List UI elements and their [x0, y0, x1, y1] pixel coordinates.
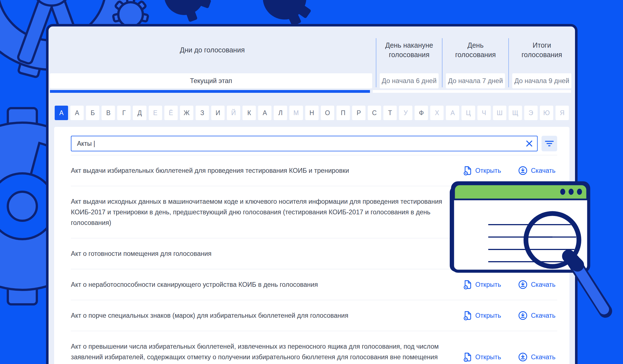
document-row: Акт о готовности помещения для голосован… — [71, 238, 557, 269]
document-actions: Открыть Скачать — [463, 352, 557, 362]
stage-label: День голосования — [442, 26, 509, 73]
alphabet-letter[interactable]: И — [211, 106, 225, 120]
alphabet-letter[interactable]: Х — [430, 106, 444, 120]
open-button[interactable]: Открыть — [463, 249, 501, 258]
document-row: Акт о неработоспособности сканирующего у… — [71, 269, 557, 300]
document-row: Акт выдачи избирательных бюллетеней для … — [71, 155, 557, 186]
open-button[interactable]: Открыть — [463, 207, 501, 217]
alphabet-letter[interactable]: Ю — [540, 106, 553, 120]
alphabet-row: ААБВГДЕЁЖЗИЙКАЛМНОПРСТУФХАЦЧШЩЭЮЯ — [55, 106, 569, 120]
alphabet-letter[interactable]: Я — [555, 106, 569, 120]
alphabet-letter[interactable]: Е — [149, 106, 162, 120]
alphabet-letter[interactable]: Ш — [493, 106, 506, 120]
alphabet-letter[interactable]: Т — [383, 106, 397, 120]
document-actions: Открыть Скачать — [463, 249, 557, 258]
document-actions: Открыть Скачать — [463, 166, 557, 175]
document-row: Акт о превышении числа избирательных бюл… — [71, 331, 557, 364]
alphabet-letter[interactable]: Д — [133, 106, 146, 120]
open-document-icon — [463, 311, 472, 320]
open-button-label: Открыть — [475, 353, 501, 361]
open-button-label: Открыть — [475, 208, 501, 216]
download-icon — [518, 311, 527, 320]
alphabet-letter[interactable]: А — [55, 106, 68, 120]
search-input[interactable] — [71, 136, 538, 151]
open-button-label: Открыть — [475, 250, 501, 258]
document-title: Акт выдачи исходных данных в машиночитае… — [71, 196, 446, 228]
document-title: Акт о неработоспособности сканирующего у… — [71, 279, 446, 290]
open-document-icon — [463, 166, 472, 175]
download-button-label: Скачать — [531, 208, 555, 216]
alphabet-letter[interactable]: Ч — [477, 106, 491, 120]
alphabet-letter[interactable]: П — [336, 106, 350, 120]
alphabet-letter[interactable]: Ё — [164, 106, 178, 120]
download-button-label: Скачать — [531, 312, 555, 319]
stage-column-voting-day: День голосования До начала 7 дней — [442, 26, 509, 88]
stage-column-voting-results: Итоги голосования До начала 9 дней — [509, 26, 575, 88]
open-document-icon — [463, 207, 472, 217]
stages-header: Дни до голосования Текущий этап День нак… — [49, 26, 575, 88]
download-button-label: Скачать — [531, 250, 555, 258]
open-button-label: Открыть — [475, 167, 501, 174]
alphabet-letter[interactable]: У — [399, 106, 412, 120]
alphabet-letter[interactable]: З — [196, 106, 209, 120]
document-title: Акт о порче специальных знаков (марок) д… — [71, 310, 446, 321]
stage-tab-current[interactable]: Текущий этап — [50, 73, 372, 88]
alphabet-letter[interactable]: Г — [117, 106, 131, 120]
alphabet-letter[interactable]: Ц — [461, 106, 475, 120]
search-wrap — [71, 136, 538, 151]
open-document-icon — [463, 352, 472, 362]
download-icon — [518, 166, 527, 175]
alphabet-letter[interactable]: С — [368, 106, 381, 120]
alphabet-letter[interactable]: Й — [227, 106, 240, 120]
document-actions: Открыть Скачать — [463, 311, 557, 320]
open-document-icon — [463, 280, 472, 289]
filter-button[interactable] — [542, 136, 557, 151]
open-button[interactable]: Открыть — [463, 280, 501, 289]
alphabet-letter[interactable]: В — [102, 106, 115, 120]
alphabet-letter[interactable]: Р — [352, 106, 365, 120]
stage-label: Итоги голосования — [509, 26, 575, 73]
alphabet-letter[interactable]: Ж — [180, 106, 193, 120]
download-button[interactable]: Скачать — [518, 353, 555, 361]
stage-label: Дни до голосования — [49, 26, 376, 73]
stage-tab-7-days[interactable]: До начала 7 дней — [446, 73, 505, 88]
document-row: Акт о порче специальных знаков (марок) д… — [71, 300, 557, 331]
document-title: Акт о готовности помещения для голосован… — [71, 248, 446, 259]
download-button[interactable]: Скачать — [518, 311, 555, 320]
open-button[interactable]: Открыть — [463, 352, 501, 362]
download-button[interactable]: Скачать — [518, 166, 555, 175]
download-button-label: Скачать — [531, 167, 555, 174]
clear-search-icon[interactable] — [525, 140, 533, 147]
alphabet-letter[interactable]: М — [289, 106, 303, 120]
download-icon — [518, 280, 527, 289]
alphabet-letter[interactable]: Э — [524, 106, 538, 120]
alphabet-letter[interactable]: А — [70, 106, 84, 120]
document-title: Акт о превышении числа избирательных бюл… — [71, 341, 446, 364]
download-icon — [518, 249, 527, 258]
alphabet-letter[interactable]: Н — [305, 106, 319, 120]
alphabet-letter[interactable]: Щ — [509, 106, 522, 120]
alphabet-letter[interactable]: Ф — [415, 106, 428, 120]
alphabet-letter[interactable]: А — [258, 106, 271, 120]
download-button[interactable]: Скачать — [518, 280, 555, 289]
download-button-label: Скачать — [531, 281, 555, 288]
stage-tab-6-days[interactable]: До начала 6 дней — [380, 73, 439, 88]
stage-tab-9-days[interactable]: До начала 9 дней — [512, 73, 571, 88]
download-button[interactable]: Скачать — [518, 249, 555, 258]
document-actions: Открыть Скачать — [463, 207, 557, 217]
alphabet-letter[interactable]: Л — [274, 106, 287, 120]
documents-list: Акт выдачи избирательных бюллетеней для … — [71, 155, 557, 364]
alphabet-letter[interactable]: А — [446, 106, 459, 120]
search-row — [71, 136, 557, 151]
alphabet-letter[interactable]: О — [321, 106, 334, 120]
stage-label: День накануне голосования — [376, 26, 442, 73]
open-button[interactable]: Открыть — [463, 166, 501, 175]
download-button[interactable]: Скачать — [518, 208, 555, 217]
progress-track-active — [50, 90, 370, 93]
alphabet-letter[interactable]: Б — [86, 106, 99, 120]
open-button[interactable]: Открыть — [463, 311, 501, 320]
document-title: Акт выдачи избирательных бюллетеней для … — [71, 165, 446, 176]
content-panel: Акт выдачи избирательных бюллетеней для … — [54, 127, 569, 364]
document-actions: Открыть Скачать — [463, 280, 557, 289]
alphabet-letter[interactable]: К — [242, 106, 256, 120]
